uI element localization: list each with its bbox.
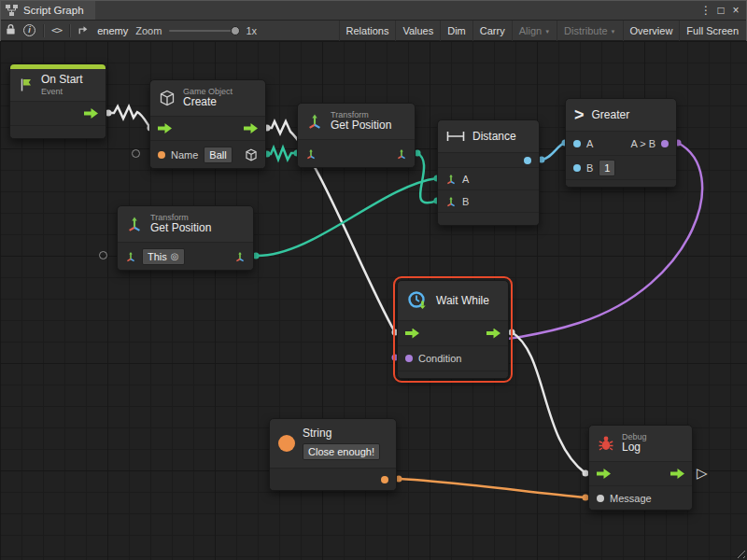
wire-string-to-log-message[interactable] [399,479,585,497]
port-label: A [462,174,469,185]
toolbar-separator [43,24,44,37]
window-controls: ⋮ □ × [698,0,747,21]
value-indicator-circle[interactable] [99,251,107,259]
fullscreen-button[interactable]: Full Screen [679,21,745,41]
name-value-field[interactable]: Ball [204,147,232,163]
graph-toolbar: i <> enemy Zoom 1x Relations Values Dim … [0,21,747,41]
zoom-slider-track [169,30,238,32]
port-label: Message [610,493,652,504]
titlebar: Script Graph ⋮ □ × [0,0,747,21]
port-label: A [586,138,593,149]
port-row [10,101,106,125]
window-tab[interactable]: Script Graph [0,0,95,20]
port-label: A > B [630,138,655,149]
port-row [438,152,539,167]
node-get-position-bottom[interactable]: Transform Get Position This ◎ [117,205,254,271]
align-button: Align▼ [512,21,557,41]
transform-input-port[interactable] [125,251,136,262]
node-title: Greater [592,108,630,121]
chevron-down-icon: ▼ [611,29,616,35]
cube-icon [159,90,176,106]
node-title: Distance [472,130,516,143]
graph-canvas[interactable]: On Start Event Game Object Create [0,41,747,560]
node-title: String [303,427,380,440]
result-output-port[interactable] [524,157,531,164]
message-input-port[interactable] [597,495,604,502]
port-row: A A > B [566,131,676,155]
b-value-field[interactable]: 1 [599,160,615,176]
go-to-parent-icon[interactable] [78,24,90,37]
close-icon[interactable]: × [728,0,743,21]
node-title: Log [622,441,647,455]
transform-icon [306,113,323,130]
node-string-literal[interactable]: String Close enough! [269,418,397,491]
window-menu-icon[interactable]: ⋮ [698,0,713,21]
overview-button[interactable]: Overview [623,21,680,41]
node-on-start-event[interactable]: On Start Event [9,63,106,139]
node-title: Get Position [150,222,211,235]
target-value-field[interactable]: This ◎ [142,248,185,265]
lock-icon[interactable] [6,23,16,37]
greater-icon: > [574,105,585,125]
distance-icon [446,131,465,142]
zoom-label: Zoom [135,25,162,36]
name-input-port[interactable] [158,151,165,159]
transform-input-port[interactable] [305,148,317,160]
node-title: Wait While [436,294,489,307]
wire-number-distance-to-greater[interactable] [542,143,565,160]
zoom-value: 1x [246,25,257,36]
maximize-icon[interactable]: □ [713,0,728,21]
string-output-port[interactable] [381,476,388,483]
control-input-port[interactable] [158,123,172,133]
control-input-port[interactable] [597,469,611,479]
script-graph-window: Script Graph ⋮ □ × i <> [0,0,747,560]
gameobject-output-port[interactable] [245,148,258,161]
value-indicator-circle[interactable] [132,149,140,158]
bug-icon [598,435,614,452]
node-get-position-top[interactable]: Transform Get Position [297,103,416,168]
node-distance[interactable]: Distance A B [437,119,540,226]
wire-control-waitwhile-to-log[interactable] [512,332,585,473]
node-wait-while[interactable]: Wait While Condition [397,280,509,379]
zoom-slider[interactable] [169,25,238,36]
control-output-port[interactable] [486,329,500,339]
node-greater[interactable]: > Greater A A > B B 1 [565,98,677,188]
a-input-port[interactable] [573,140,581,147]
port-row: This ◎ [118,242,253,270]
result-output-port[interactable] [661,140,669,147]
b-input-port[interactable] [573,164,581,172]
node-create-gameobject[interactable]: Game Object Create Name Ball [149,79,266,169]
wire-vector-getposition2-to-distance-a[interactable] [256,178,437,256]
control-output-port[interactable] [244,123,258,133]
port-label: Name [171,149,198,161]
a-input-port[interactable] [445,174,457,185]
flag-icon [19,77,34,92]
position-output-port[interactable] [396,148,407,160]
values-button[interactable]: Values [395,21,440,41]
zoom-slider-knob[interactable] [231,26,240,35]
wire-gameobject-create-to-getposition[interactable] [267,147,297,160]
control-output-port[interactable] [84,108,98,119]
condition-input-port[interactable] [405,355,413,362]
relations-button[interactable]: Relations [339,21,396,41]
graph-breadcrumb[interactable]: enemy [97,25,128,36]
port-label: Condition [418,353,461,364]
position-output-port[interactable] [234,251,246,262]
wire-control-onstart-to-create[interactable] [108,106,150,128]
port-row: Condition [398,345,508,371]
b-input-port[interactable] [445,196,457,207]
info-icon[interactable]: i [23,24,35,36]
control-input-port[interactable] [405,329,419,339]
window-title: Script Graph [23,5,84,16]
object-picker-icon[interactable]: ◎ [171,249,179,264]
code-view-icon[interactable]: <> [51,24,62,36]
node-debug-log[interactable]: Debug Log Message [588,425,693,511]
dim-button[interactable]: Dim [440,21,472,41]
carry-button[interactable]: Carry [472,21,512,41]
port-label: B [462,196,469,207]
port-row: A [438,167,539,189]
port-row: B 1 [566,155,676,179]
port-row: Name Ball [150,140,265,168]
control-output-port[interactable] [670,469,684,479]
string-value-field[interactable]: Close enough! [303,443,380,460]
